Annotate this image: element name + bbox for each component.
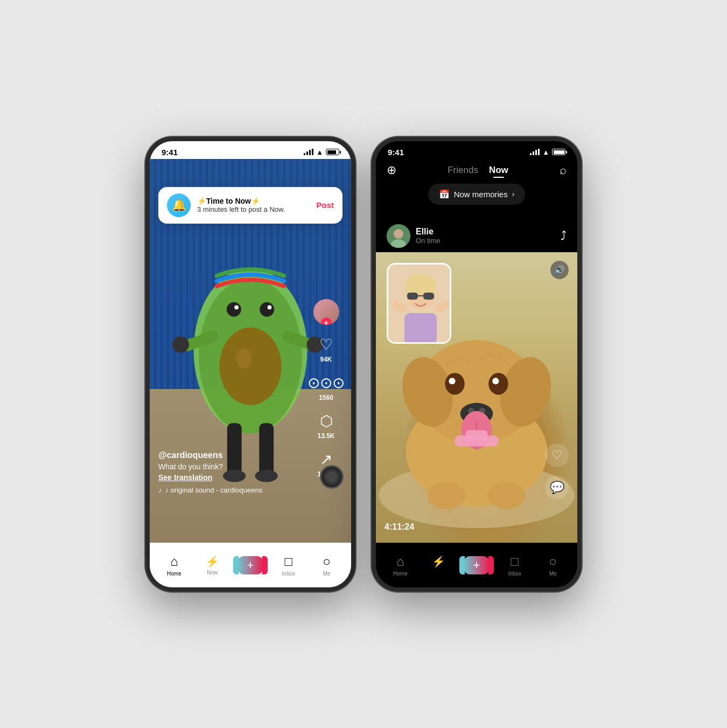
phones-container: 9:41 ▲ bbox=[145, 137, 582, 592]
bookmark-count: 13.5K bbox=[317, 432, 334, 440]
now-label-2: Now bbox=[433, 570, 444, 576]
phone-2: 9:41 ▲ ⊕ Friends Now bbox=[372, 137, 582, 592]
svg-rect-43 bbox=[423, 293, 434, 300]
post-avatar[interactable] bbox=[387, 224, 410, 248]
creator-avatar[interactable]: + bbox=[313, 299, 339, 325]
memories-button[interactable]: 📅 Now memories › bbox=[428, 184, 526, 205]
tab-friends[interactable]: Friends bbox=[448, 165, 478, 176]
bookmark-action[interactable]: ⬡ 13.5K bbox=[317, 412, 334, 440]
svg-point-7 bbox=[268, 305, 272, 309]
add-friend-icon[interactable]: ⊕ bbox=[387, 163, 396, 177]
comment-action[interactable]: ⊙⊙⊙ 1560 bbox=[307, 374, 345, 401]
nav-plus-1[interactable]: + bbox=[232, 556, 270, 574]
nav-now-2[interactable]: ⚡ Now bbox=[420, 555, 458, 576]
svg-point-4 bbox=[227, 302, 241, 316]
music-disc[interactable] bbox=[320, 465, 344, 489]
selfie-image bbox=[388, 265, 451, 344]
like-action[interactable]: ♡ 94K bbox=[319, 336, 333, 363]
signal-bars-2 bbox=[530, 149, 540, 155]
svg-rect-35 bbox=[466, 430, 487, 440]
me-label-1: Me bbox=[323, 571, 331, 577]
svg-point-29 bbox=[488, 373, 508, 394]
svg-point-30 bbox=[449, 378, 455, 384]
nav-plus-2[interactable]: + bbox=[458, 556, 496, 574]
notification-title: ⚡Time to Now⚡ bbox=[197, 197, 310, 205]
nav-now-1[interactable]: ⚡ Now bbox=[193, 555, 232, 576]
svg-point-37 bbox=[487, 482, 526, 509]
wifi-icon-1: ▲ bbox=[316, 148, 323, 156]
notification-action[interactable]: Post bbox=[316, 200, 334, 210]
now-icon-2: ⚡ bbox=[432, 555, 445, 568]
search-icon[interactable]: ⌕ bbox=[560, 163, 567, 177]
bookmark-icon: ⬡ bbox=[320, 412, 333, 430]
post-username: Ellie bbox=[416, 227, 441, 237]
battery-1 bbox=[326, 149, 339, 155]
inbox-label-1: Inbox bbox=[282, 571, 295, 577]
header-tabs: Friends Now bbox=[448, 165, 508, 176]
svg-point-5 bbox=[260, 302, 274, 316]
now-icon-1: ⚡ bbox=[206, 555, 219, 568]
comment-count: 1560 bbox=[319, 394, 333, 401]
svg-point-2 bbox=[219, 327, 281, 405]
wifi-icon-2: ▲ bbox=[542, 148, 549, 156]
status-bar-2: 9:41 ▲ bbox=[376, 141, 577, 159]
phone2-header: ⊕ Friends Now ⌕ bbox=[376, 159, 577, 184]
plus-button-2[interactable]: + bbox=[464, 556, 490, 574]
video-username[interactable]: @cardioqueens bbox=[158, 450, 308, 460]
nav-me-2[interactable]: ○ Me bbox=[534, 554, 572, 577]
post-user-details: Ellie On time bbox=[416, 227, 441, 245]
signal-bars-1 bbox=[304, 149, 313, 155]
svg-point-14 bbox=[172, 336, 189, 353]
now-post-container: 🔊 ♡ 💬 4:11:24 bbox=[376, 252, 577, 543]
time-2: 9:41 bbox=[388, 148, 404, 157]
bottom-nav-2: ⌂ Home ⚡ Now + □ Inbox ○ Me bbox=[376, 543, 577, 587]
video-info: @cardioqueens What do you think? See tra… bbox=[158, 450, 308, 494]
plus-button-1[interactable]: + bbox=[237, 556, 263, 574]
me-icon-2: ○ bbox=[549, 554, 557, 569]
inbox-icon-1: □ bbox=[285, 554, 293, 569]
nav-home-1[interactable]: ⌂ Home bbox=[155, 554, 193, 577]
home-label-1: Home bbox=[167, 571, 181, 577]
now-main-photo: 🔊 ♡ 💬 4:11:24 bbox=[376, 252, 577, 543]
now-like-button[interactable]: ♡ bbox=[545, 443, 569, 467]
music-note-icon: ♪ bbox=[158, 486, 162, 494]
nav-inbox-1[interactable]: □ Inbox bbox=[269, 554, 307, 577]
video-translation[interactable]: See translation bbox=[158, 473, 308, 482]
notification-text: ⚡Time to Now⚡ 3 minutes left to post a N… bbox=[197, 197, 310, 213]
bottom-nav-1: ⌂ Home ⚡ Now + □ Inbox ○ Me bbox=[150, 543, 351, 587]
video-actions: + ♡ 94K ⊙⊙⊙ 1560 ⬡ 13.5K ↗ 13.5K bbox=[307, 299, 345, 478]
nav-inbox-2[interactable]: □ Inbox bbox=[495, 554, 534, 577]
home-icon-2: ⌂ bbox=[396, 554, 404, 569]
post-user-status: On time bbox=[416, 237, 441, 245]
me-label-2: Me bbox=[549, 571, 557, 577]
phone1-content: 🔔 ⚡Time to Now⚡ 3 minutes left to post a… bbox=[150, 159, 351, 543]
inbox-icon-2: □ bbox=[511, 554, 519, 569]
video-sound: ♪ ♪ original sound - cardioqueens bbox=[158, 486, 308, 494]
like-icon: ♡ bbox=[319, 336, 333, 353]
sound-text: ♪ original sound - cardioqueens bbox=[165, 486, 263, 494]
phone2-content: ⊕ Friends Now ⌕ 📅 Now memories › bbox=[376, 159, 577, 543]
home-icon-1: ⌂ bbox=[170, 554, 178, 569]
video-description: What do you think? bbox=[158, 462, 308, 471]
now-label-1: Now bbox=[207, 570, 218, 576]
battery-2 bbox=[552, 149, 565, 155]
notification-banner[interactable]: 🔔 ⚡Time to Now⚡ 3 minutes left to post a… bbox=[158, 187, 342, 224]
status-icons-2: ▲ bbox=[530, 148, 565, 156]
phone-1: 9:41 ▲ bbox=[145, 137, 355, 592]
notification-icon: 🔔 bbox=[167, 193, 191, 217]
svg-point-28 bbox=[445, 373, 464, 394]
like-count: 94K bbox=[320, 356, 332, 363]
avatar-action-item[interactable]: + bbox=[313, 299, 339, 325]
sound-icon[interactable]: 🔊 bbox=[550, 261, 569, 279]
share-post-icon[interactable]: ⤴ bbox=[561, 229, 567, 243]
calendar-icon: 📅 bbox=[439, 189, 450, 199]
svg-rect-45 bbox=[404, 313, 437, 344]
nav-me-1[interactable]: ○ Me bbox=[307, 554, 346, 577]
tab-now[interactable]: Now bbox=[489, 165, 508, 176]
inbox-label-2: Inbox bbox=[508, 571, 521, 577]
comment-icon: ⊙⊙⊙ bbox=[307, 374, 345, 392]
nav-home-2[interactable]: ⌂ Home bbox=[381, 554, 420, 577]
now-comment-button[interactable]: 💬 bbox=[545, 476, 569, 500]
svg-point-31 bbox=[492, 378, 499, 384]
status-bar-1: 9:41 ▲ bbox=[150, 141, 351, 159]
